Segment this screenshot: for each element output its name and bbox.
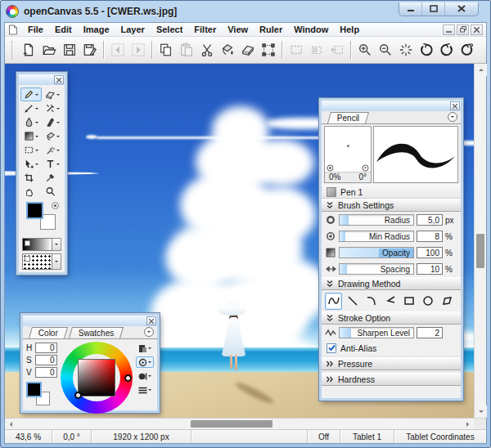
sharpen-level-value[interactable]: 2: [417, 327, 443, 338]
method-freehand-icon[interactable]: [325, 293, 342, 310]
new-file-button[interactable]: [18, 40, 38, 60]
tool-gradation[interactable]: [20, 129, 42, 143]
close-icon[interactable]: [450, 101, 460, 110]
spacing-slider[interactable]: Spacing: [339, 263, 414, 275]
pattern-dropdown[interactable]: [52, 253, 61, 270]
close-icon[interactable]: [54, 75, 64, 84]
tool-eyedropper[interactable]: [42, 171, 63, 185]
method-rectangle-icon[interactable]: [400, 293, 417, 310]
tool-object-select[interactable]: [20, 157, 42, 171]
fill-button[interactable]: [217, 40, 237, 60]
min-radius-value[interactable]: 8: [417, 231, 443, 242]
close-icon[interactable]: [146, 316, 156, 325]
menu-filter[interactable]: Filter: [189, 24, 221, 35]
vertical-scrollbar[interactable]: [474, 64, 486, 418]
menu-view[interactable]: View: [223, 24, 253, 35]
color-panel-titlebar[interactable]: [23, 316, 157, 326]
zoom-out-button[interactable]: [375, 40, 395, 60]
rotate-cw-button[interactable]: [436, 40, 457, 60]
tool-dropdown-icon[interactable]: [35, 94, 38, 97]
section-hardness[interactable]: Hardness: [322, 373, 461, 386]
horizontal-scrollbar[interactable]: [5, 418, 474, 429]
sv-selector[interactable]: [74, 392, 82, 399]
method-ellipse-icon[interactable]: [419, 293, 436, 310]
mdi-minimize-button[interactable]: [443, 25, 455, 35]
scroll-left-arrow[interactable]: [5, 419, 17, 430]
method-polygon-icon[interactable]: [438, 293, 455, 310]
close-button[interactable]: [445, 2, 478, 16]
scroll-up-arrow[interactable]: [475, 64, 487, 76]
back-button[interactable]: [107, 40, 128, 60]
radius-slider[interactable]: Radius: [339, 214, 414, 226]
copy-button[interactable]: [155, 40, 176, 60]
tool-finger[interactable]: [42, 115, 63, 129]
tool-waterdrop[interactable]: [20, 115, 42, 129]
mdi-close-button[interactable]: [471, 25, 483, 35]
cut-button[interactable]: [196, 40, 217, 60]
tip-dropdown-icon[interactable]: [362, 164, 369, 172]
maximize-button[interactable]: [422, 2, 445, 16]
forward-button[interactable]: [128, 40, 148, 60]
section-stroke-option[interactable]: Stroke Option: [322, 311, 461, 325]
open-file-button[interactable]: [38, 40, 59, 60]
saturation-value-square[interactable]: [78, 359, 115, 396]
scroll-right-arrow[interactable]: [462, 419, 474, 430]
actual-size-button[interactable]: [395, 40, 416, 60]
mode-bar-icon[interactable]: [136, 370, 155, 382]
menu-help[interactable]: Help: [335, 24, 364, 35]
menu-ruler[interactable]: Ruler: [255, 24, 287, 35]
tool-pencil[interactable]: [20, 87, 42, 101]
tool-magic-wand[interactable]: [42, 143, 63, 157]
foreground-color-swatch[interactable]: [26, 382, 42, 397]
title-bar[interactable]: openCanvas 5.5 - [CWER.ws.jpg]: [4, 1, 487, 22]
scroll-down-arrow[interactable]: [475, 405, 487, 418]
pencil-panel-titlebar[interactable]: [322, 101, 461, 111]
deselect-button[interactable]: [306, 40, 327, 60]
move-selection-button[interactable]: [327, 40, 347, 60]
method-line-icon[interactable]: [344, 293, 361, 310]
pattern-preview[interactable]: [22, 253, 52, 270]
paste-button[interactable]: [176, 40, 196, 60]
tab-color[interactable]: Color: [29, 327, 68, 338]
tool-pen[interactable]: [20, 101, 42, 115]
mode-sliders-icon[interactable]: [136, 384, 155, 396]
save-button[interactable]: [59, 40, 79, 60]
zoom-in-button[interactable]: [354, 40, 375, 60]
anti-alias-checkbox[interactable]: [327, 343, 336, 353]
tool-marker[interactable]: [42, 101, 63, 115]
pen-preset-row[interactable]: Pen 1: [322, 185, 461, 199]
spacing-value[interactable]: 10: [417, 263, 443, 275]
hue-field[interactable]: 0: [35, 343, 57, 353]
reset-rotation-button[interactable]: [457, 40, 477, 60]
swap-colors-icon[interactable]: [52, 202, 59, 209]
rotate-ccw-button[interactable]: [416, 40, 436, 60]
sharpen-level-slider[interactable]: Sharpen Level: [339, 327, 414, 338]
vertical-scroll-thumb[interactable]: [476, 234, 484, 268]
panel-menu-icon[interactable]: [144, 327, 154, 337]
tool-text[interactable]: [42, 157, 63, 171]
menu-edit[interactable]: Edit: [50, 24, 77, 35]
horizontal-scroll-thumb[interactable]: [191, 420, 273, 428]
menu-layer[interactable]: Layer: [116, 24, 150, 35]
menu-window[interactable]: Window: [289, 24, 333, 35]
panel-menu-icon[interactable]: [448, 112, 457, 122]
method-curve-icon[interactable]: [363, 293, 380, 310]
canvas[interactable]: Color Swatches H0 S0 V0: [5, 64, 474, 418]
section-pressure[interactable]: Pressure: [322, 357, 461, 370]
transform-button[interactable]: [258, 40, 278, 60]
gradient-dropdown[interactable]: [52, 238, 61, 251]
select-rectangle-button[interactable]: [286, 40, 306, 60]
menu-select[interactable]: Select: [151, 24, 187, 35]
opacity-value[interactable]: 100: [417, 247, 443, 258]
color-wheel[interactable]: [61, 342, 133, 414]
tip-option-icon[interactable]: [327, 164, 334, 172]
tab-swatches[interactable]: Swatches: [69, 327, 124, 338]
tool-palette-titlebar[interactable]: [19, 74, 65, 85]
toolbar-grip[interactable]: [11, 41, 14, 59]
tab-pencil[interactable]: Pencil: [327, 112, 369, 123]
hue-selector[interactable]: [124, 374, 132, 382]
mode-square-icon[interactable]: [136, 343, 155, 354]
method-polyline-icon[interactable]: [381, 293, 399, 310]
tool-crop[interactable]: [20, 171, 42, 185]
tool-zoom[interactable]: [42, 185, 63, 199]
